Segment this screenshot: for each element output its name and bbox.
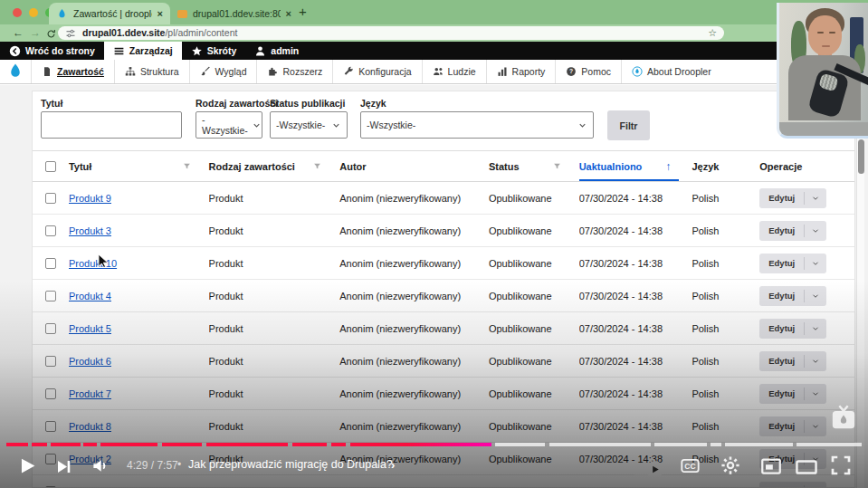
edit-button-label[interactable]: Edytuj bbox=[759, 421, 804, 431]
progress-segment-played[interactable] bbox=[206, 443, 288, 446]
bookmark-star-icon[interactable]: ☆ bbox=[708, 27, 717, 39]
tab-close-icon[interactable]: × bbox=[157, 8, 163, 19]
volume-icon[interactable] bbox=[91, 457, 109, 474]
progress-segment-played[interactable] bbox=[162, 443, 202, 446]
progress-segment-played[interactable] bbox=[51, 443, 81, 446]
progress-segment-remaining[interactable] bbox=[796, 443, 862, 446]
menu-item-rozszerz[interactable]: Rozszerz bbox=[256, 60, 332, 83]
col-header-status[interactable]: Status bbox=[489, 151, 579, 181]
menu-item-about-droopler[interactable]: About Droopler bbox=[621, 60, 721, 83]
settings-gear-icon[interactable] bbox=[720, 455, 740, 475]
video-progress-bar[interactable] bbox=[0, 443, 868, 446]
forward-icon[interactable]: → bbox=[30, 26, 41, 39]
edit-dropdown-toggle[interactable] bbox=[805, 194, 826, 203]
menu-item-wygląd[interactable]: Wygląd bbox=[189, 60, 257, 83]
row-checkbox[interactable] bbox=[45, 421, 56, 432]
tab-inactive[interactable]: drupal01.ddev.site:8037 / d × bbox=[177, 5, 291, 23]
status-filter-select[interactable]: -Wszystkie- bbox=[270, 111, 348, 139]
title-filter-input[interactable] bbox=[41, 111, 182, 139]
progress-segment-remaining[interactable] bbox=[725, 443, 793, 446]
type-filter-select[interactable]: -Wszystkie- bbox=[196, 111, 262, 139]
progress-segment-remaining[interactable] bbox=[549, 443, 651, 446]
progress-segment-remaining[interactable] bbox=[654, 443, 707, 446]
menu-item-konfiguracja[interactable]: Konfiguracja bbox=[332, 60, 421, 83]
chapter-chevron-icon[interactable]: › bbox=[391, 458, 395, 472]
col-header-rodzaj-zawartości[interactable]: Rodzaj zawartości bbox=[209, 151, 340, 181]
language-filter-select[interactable]: -Wszystkie- bbox=[360, 111, 594, 139]
minimize-window-button[interactable] bbox=[29, 8, 38, 17]
new-tab-button[interactable]: + bbox=[299, 4, 307, 19]
row-checkbox[interactable] bbox=[45, 258, 56, 269]
edit-dropdown-toggle[interactable] bbox=[805, 259, 826, 268]
url-bar[interactable]: drupal01.ddev.site/pl/admin/content ☆ bbox=[58, 26, 724, 41]
edit-button-label[interactable]: Edytuj bbox=[759, 225, 804, 235]
admin-user-tab[interactable]: admin bbox=[245, 42, 308, 60]
captions-icon[interactable]: CC bbox=[681, 456, 700, 475]
col-header-język[interactable]: Język bbox=[692, 151, 759, 181]
edit-dropdown-toggle[interactable] bbox=[805, 292, 826, 301]
row-checkbox[interactable] bbox=[45, 225, 56, 236]
row-checkbox[interactable] bbox=[45, 356, 56, 367]
content-title-link[interactable]: Produkt 9 bbox=[69, 193, 111, 204]
fullscreen-icon[interactable] bbox=[830, 455, 852, 476]
edit-dropdown-toggle[interactable] bbox=[805, 389, 826, 398]
theater-mode-icon[interactable] bbox=[795, 455, 818, 479]
edit-dropdown-toggle[interactable] bbox=[805, 422, 826, 431]
content-title-link[interactable]: Produkt 3 bbox=[69, 225, 111, 236]
scrollbar-thumb[interactable] bbox=[858, 139, 864, 174]
progress-segment-played[interactable] bbox=[292, 443, 327, 446]
edit-dropdown-toggle[interactable] bbox=[805, 226, 826, 235]
content-title-link[interactable]: Produkt 5 bbox=[69, 323, 111, 334]
back-icon[interactable]: ← bbox=[13, 26, 24, 39]
reload-icon[interactable] bbox=[46, 27, 56, 40]
edit-button-label[interactable]: Edytuj bbox=[759, 323, 804, 333]
close-window-button[interactable] bbox=[13, 8, 22, 17]
edit-split-button[interactable]: Edytuj bbox=[759, 286, 826, 306]
row-checkbox[interactable] bbox=[45, 323, 56, 334]
edit-split-button[interactable]: Edytuj bbox=[759, 351, 826, 371]
progress-segment-remaining[interactable] bbox=[711, 443, 721, 446]
progress-segment-played[interactable] bbox=[331, 443, 346, 446]
row-checkbox[interactable] bbox=[45, 193, 56, 204]
manage-tab[interactable]: Zarządzaj bbox=[104, 42, 182, 60]
tab-close-icon[interactable]: × bbox=[286, 8, 291, 19]
edit-button-label[interactable]: Edytuj bbox=[759, 356, 804, 366]
chapter-title[interactable]: Jak przeprowadzić migrację do Drupala? bbox=[188, 458, 393, 471]
progress-segment-played[interactable] bbox=[6, 443, 28, 446]
col-header-tytuł[interactable]: Tytuł bbox=[69, 151, 209, 181]
content-title-link[interactable]: Produkt 7 bbox=[69, 388, 111, 399]
edit-split-button[interactable]: Edytuj bbox=[759, 221, 826, 241]
miniplayer-icon[interactable] bbox=[760, 455, 782, 477]
edit-button-label[interactable]: Edytuj bbox=[759, 388, 804, 398]
menu-item-ludzie[interactable]: Ludzie bbox=[422, 60, 486, 83]
edit-button-label[interactable]: Edytuj bbox=[759, 193, 804, 203]
shortcuts-tab[interactable]: Skróty bbox=[182, 42, 246, 60]
progress-segment-played[interactable] bbox=[350, 443, 491, 446]
select-all-checkbox[interactable] bbox=[45, 161, 56, 172]
next-icon[interactable] bbox=[55, 458, 72, 475]
menu-item-raporty[interactable]: Raporty bbox=[486, 60, 556, 83]
edit-dropdown-toggle[interactable] bbox=[805, 324, 826, 333]
progress-segment-remaining[interactable] bbox=[495, 443, 545, 446]
col-header-autor[interactable]: Autor bbox=[339, 151, 489, 181]
edit-split-button[interactable]: Edytuj bbox=[759, 416, 826, 436]
edit-split-button[interactable]: Edytuj bbox=[759, 319, 826, 339]
col-header-uaktualniono[interactable]: Uaktualniono↑ bbox=[579, 151, 692, 181]
menu-item-struktura[interactable]: Struktura bbox=[114, 60, 189, 83]
tab-active[interactable]: Zawartość | droopler × bbox=[49, 3, 170, 24]
content-title-link[interactable]: Produkt 8 bbox=[69, 421, 111, 432]
edit-dropdown-toggle[interactable] bbox=[805, 357, 826, 366]
progress-segment-played[interactable] bbox=[83, 443, 97, 446]
edit-button-label[interactable]: Edytuj bbox=[759, 258, 804, 268]
col-header-operacje[interactable]: Operacje bbox=[759, 151, 854, 181]
edit-split-button[interactable]: Edytuj bbox=[759, 188, 826, 208]
row-checkbox[interactable] bbox=[45, 388, 56, 399]
edit-button-label[interactable]: Edytuj bbox=[759, 291, 804, 301]
menu-item-zawartość[interactable]: Zawartość bbox=[31, 60, 114, 83]
edit-split-button[interactable]: Edytuj bbox=[759, 254, 826, 273]
progress-segment-played[interactable] bbox=[100, 443, 157, 446]
back-to-site-button[interactable]: Wróć do strony bbox=[0, 42, 104, 60]
content-title-link[interactable]: Produkt 4 bbox=[69, 291, 111, 301]
filter-submit-button[interactable]: Filtr bbox=[607, 110, 650, 140]
scrollbar-track[interactable] bbox=[856, 137, 864, 488]
